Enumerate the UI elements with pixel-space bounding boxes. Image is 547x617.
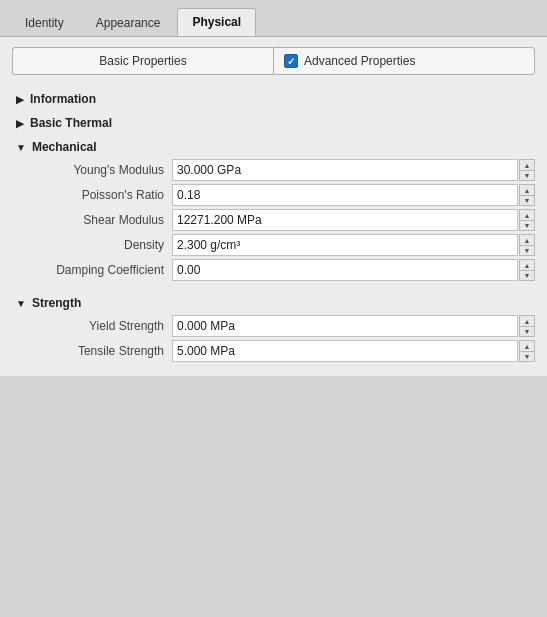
- basic-properties-button[interactable]: Basic Properties: [12, 47, 273, 75]
- basic-properties-label: Basic Properties: [99, 54, 186, 68]
- table-row: Tensile Strength ▲ ▼: [12, 340, 535, 362]
- view-toggle-row: Basic Properties Advanced Properties: [12, 47, 535, 75]
- tab-appearance[interactable]: Appearance: [81, 9, 176, 36]
- shear-modulus-input[interactable]: [172, 209, 518, 231]
- youngs-modulus-input[interactable]: [172, 159, 518, 181]
- information-collapse-arrow: ▶: [16, 94, 24, 105]
- yield-strength-label: Yield Strength: [12, 319, 172, 333]
- strength-properties: Yield Strength ▲ ▼ Tensile Strength ▲ ▼: [12, 315, 535, 362]
- shear-modulus-input-wrap: ▲ ▼: [172, 209, 535, 231]
- poissons-ratio-up[interactable]: ▲: [519, 184, 535, 195]
- mechanical-collapse-arrow: ▼: [16, 142, 26, 153]
- tab-bar: Identity Appearance Physical: [0, 0, 547, 37]
- table-row: Damping Coefficient ▲ ▼: [12, 259, 535, 281]
- damping-coefficient-input-wrap: ▲ ▼: [172, 259, 535, 281]
- youngs-modulus-label: Young's Modulus: [12, 163, 172, 177]
- advanced-properties-button[interactable]: Advanced Properties: [273, 47, 535, 75]
- table-row: Poisson's Ratio ▲ ▼: [12, 184, 535, 206]
- tab-physical-label: Physical: [192, 15, 241, 29]
- poissons-ratio-spinner: ▲ ▼: [519, 184, 535, 206]
- yield-strength-input-wrap: ▲ ▼: [172, 315, 535, 337]
- table-row: Shear Modulus ▲ ▼: [12, 209, 535, 231]
- damping-coefficient-spinner: ▲ ▼: [519, 259, 535, 281]
- density-label: Density: [12, 238, 172, 252]
- shear-modulus-spinner: ▲ ▼: [519, 209, 535, 231]
- section-mechanical-header[interactable]: ▼ Mechanical: [12, 135, 535, 159]
- section-basic-thermal-header[interactable]: ▶ Basic Thermal: [12, 111, 535, 135]
- damping-coefficient-down[interactable]: ▼: [519, 270, 535, 281]
- tensile-strength-down[interactable]: ▼: [519, 351, 535, 362]
- table-row: Yield Strength ▲ ▼: [12, 315, 535, 337]
- shear-modulus-label: Shear Modulus: [12, 213, 172, 227]
- yield-strength-spinner: ▲ ▼: [519, 315, 535, 337]
- shear-modulus-down[interactable]: ▼: [519, 220, 535, 231]
- basic-thermal-collapse-arrow: ▶: [16, 118, 24, 129]
- poissons-ratio-input[interactable]: [172, 184, 518, 206]
- tab-physical[interactable]: Physical: [177, 8, 256, 36]
- shear-modulus-up[interactable]: ▲: [519, 209, 535, 220]
- density-down[interactable]: ▼: [519, 245, 535, 256]
- tab-appearance-label: Appearance: [96, 16, 161, 30]
- mechanical-properties: Young's Modulus ▲ ▼ Poisson's Ratio ▲ ▼: [12, 159, 535, 281]
- youngs-modulus-spinner: ▲ ▼: [519, 159, 535, 181]
- yield-strength-input[interactable]: [172, 315, 518, 337]
- youngs-modulus-input-wrap: ▲ ▼: [172, 159, 535, 181]
- tensile-strength-input-wrap: ▲ ▼: [172, 340, 535, 362]
- density-spinner: ▲ ▼: [519, 234, 535, 256]
- advanced-properties-label: Advanced Properties: [304, 54, 415, 68]
- youngs-modulus-up[interactable]: ▲: [519, 159, 535, 170]
- table-row: Density ▲ ▼: [12, 234, 535, 256]
- damping-coefficient-label: Damping Coefficient: [12, 263, 172, 277]
- information-label: Information: [30, 92, 96, 106]
- basic-thermal-label: Basic Thermal: [30, 116, 112, 130]
- strength-collapse-arrow: ▼: [16, 298, 26, 309]
- section-information-header[interactable]: ▶ Information: [12, 87, 535, 111]
- yield-strength-up[interactable]: ▲: [519, 315, 535, 326]
- content-area: Basic Properties Advanced Properties ▶ I…: [0, 37, 547, 376]
- tensile-strength-label: Tensile Strength: [12, 344, 172, 358]
- poissons-ratio-down[interactable]: ▼: [519, 195, 535, 206]
- damping-coefficient-input[interactable]: [172, 259, 518, 281]
- strength-label: Strength: [32, 296, 81, 310]
- damping-coefficient-up[interactable]: ▲: [519, 259, 535, 270]
- density-up[interactable]: ▲: [519, 234, 535, 245]
- tensile-strength-up[interactable]: ▲: [519, 340, 535, 351]
- density-input-wrap: ▲ ▼: [172, 234, 535, 256]
- tab-identity-label: Identity: [25, 16, 64, 30]
- poissons-ratio-input-wrap: ▲ ▼: [172, 184, 535, 206]
- advanced-checkbox-icon[interactable]: [284, 54, 298, 68]
- density-input[interactable]: [172, 234, 518, 256]
- tensile-strength-spinner: ▲ ▼: [519, 340, 535, 362]
- yield-strength-down[interactable]: ▼: [519, 326, 535, 337]
- tensile-strength-input[interactable]: [172, 340, 518, 362]
- section-strength-header[interactable]: ▼ Strength: [12, 291, 535, 315]
- youngs-modulus-down[interactable]: ▼: [519, 170, 535, 181]
- poissons-ratio-label: Poisson's Ratio: [12, 188, 172, 202]
- tab-identity[interactable]: Identity: [10, 9, 79, 36]
- table-row: Young's Modulus ▲ ▼: [12, 159, 535, 181]
- mechanical-label: Mechanical: [32, 140, 97, 154]
